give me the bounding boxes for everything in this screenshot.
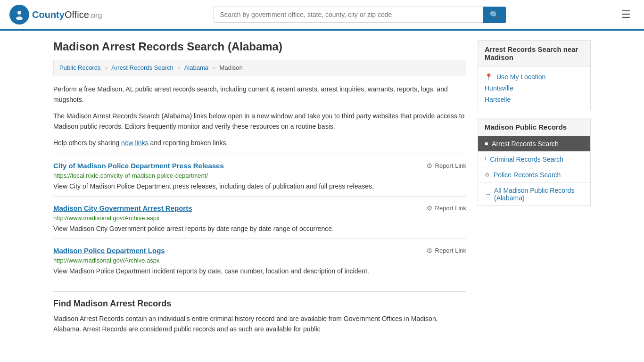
report-icon-2: ⚙ [426, 204, 432, 213]
public-records-box: Madison Public Records ■ Arrest Records … [478, 118, 591, 206]
result-card-2: Madison City Government Arrest Reports ⚙… [53, 196, 466, 239]
breadcrumb-alabama[interactable]: Alabama [184, 64, 208, 71]
report-icon-3: ⚙ [426, 247, 432, 255]
use-my-location-label: Use My Location [496, 73, 545, 81]
use-my-location-btn[interactable]: 📍 Use My Location [485, 71, 584, 82]
svg-point-2 [16, 16, 23, 20]
description-2: The Madison Arrest Records Search (Alaba… [53, 111, 466, 132]
report-label-3: Report Link [435, 247, 466, 254]
logo-area: CountyOffice.org [9, 5, 102, 25]
nearby-box: Arrest Records Search near Madison 📍 Use… [478, 40, 591, 110]
arrest-records-icon: ■ [485, 140, 488, 147]
breadcrumb-sep-2: › [178, 64, 180, 71]
criminal-records-label: Criminal Records Search [490, 156, 563, 163]
breadcrumb-sep-3: › [213, 64, 215, 71]
desc3-prefix: Help others by sharing [53, 139, 121, 147]
breadcrumb-madison: Madison [220, 64, 243, 71]
result-title-1[interactable]: City of Madison Police Department Press … [53, 162, 224, 170]
search-button[interactable]: 🔍 [483, 7, 506, 23]
result-desc-3: View Madison Police Department incident … [53, 266, 466, 276]
police-records-label: Police Records Search [494, 171, 561, 179]
arrest-records-label: Arrest Records Search [492, 140, 559, 148]
police-records-icon: ⚙ [485, 172, 490, 178]
breadcrumb: Public Records › Arrest Records Search ›… [53, 60, 466, 75]
find-section-title: Find Madison Arrest Records [53, 299, 466, 309]
result-url-3: http://www.madisonal.gov/Archive.aspx [53, 257, 466, 264]
breadcrumb-arrest-records[interactable]: Arrest Records Search [111, 64, 173, 71]
main-container: Madison Arrest Records Search (Alabama) … [44, 31, 600, 351]
new-links-link[interactable]: new links [121, 139, 149, 147]
desc3-suffix: and reporting broken links. [149, 139, 228, 147]
result-title-3[interactable]: Madison Police Department Logs [53, 247, 165, 255]
search-input[interactable] [214, 7, 483, 23]
svg-point-1 [17, 11, 21, 15]
all-public-records-link[interactable]: → All Madison Public Records (Alabama) [478, 183, 590, 206]
report-label-2: Report Link [435, 205, 466, 212]
logo-icon [9, 5, 29, 25]
result-card-3: Madison Police Department Logs ⚙ Report … [53, 239, 466, 281]
report-icon-1: ⚙ [426, 162, 432, 170]
menu-button[interactable]: ☰ [618, 7, 635, 23]
sidebar-item-police-records[interactable]: ⚙ Police Records Search [478, 167, 590, 183]
report-label-1: Report Link [435, 162, 466, 169]
result-url-1: https://local.nixle.com/city-of-madison-… [53, 172, 466, 179]
nearby-link-huntsville[interactable]: Huntsville [485, 82, 584, 94]
location-pin-icon: 📍 [485, 73, 493, 81]
public-records-title: Madison Public Records [478, 118, 590, 136]
nearby-content: 📍 Use My Location Huntsville Hartselle [478, 66, 590, 110]
result-title-2[interactable]: Madison City Government Arrest Reports [53, 204, 192, 212]
breadcrumb-sep-1: › [105, 64, 107, 71]
result-desc-2: View Madison City Government police arre… [53, 224, 466, 234]
result-url-2: http://www.madisonal.gov/Archive.aspx [53, 214, 466, 222]
result-card-1: City of Madison Police Department Press … [53, 154, 466, 196]
arrow-right-icon: → [485, 190, 491, 198]
description-3: Help others by sharing new links and rep… [53, 138, 466, 148]
site-header: CountyOffice.org 🔍 ☰ [0, 0, 644, 31]
criminal-records-icon: ! [485, 156, 486, 163]
find-section-desc: Madison Arrest Records contain an indivi… [53, 313, 466, 335]
result-desc-1: View City of Madison Police Department p… [53, 181, 466, 191]
description-1: Perform a free Madison, AL public arrest… [53, 84, 466, 105]
logo-text: CountyOffice.org [32, 9, 102, 20]
search-area: 🔍 [214, 7, 506, 23]
sidebar: Arrest Records Search near Madison 📍 Use… [478, 40, 591, 341]
content-area: Madison Arrest Records Search (Alabama) … [53, 40, 466, 341]
sidebar-item-criminal-records[interactable]: ! Criminal Records Search [478, 152, 590, 167]
report-link-1[interactable]: ⚙ Report Link [426, 162, 466, 170]
nearby-title: Arrest Records Search near Madison [478, 41, 590, 66]
find-section: Find Madison Arrest Records Madison Arre… [53, 291, 466, 335]
breadcrumb-public-records[interactable]: Public Records [59, 64, 100, 71]
nearby-link-hartselle[interactable]: Hartselle [485, 94, 584, 105]
page-title: Madison Arrest Records Search (Alabama) [53, 40, 466, 53]
report-link-3[interactable]: ⚙ Report Link [426, 247, 466, 255]
sidebar-item-arrest-records[interactable]: ■ Arrest Records Search [478, 136, 590, 152]
all-records-label: All Madison Public Records (Alabama) [494, 187, 584, 202]
report-link-2[interactable]: ⚙ Report Link [426, 204, 466, 213]
